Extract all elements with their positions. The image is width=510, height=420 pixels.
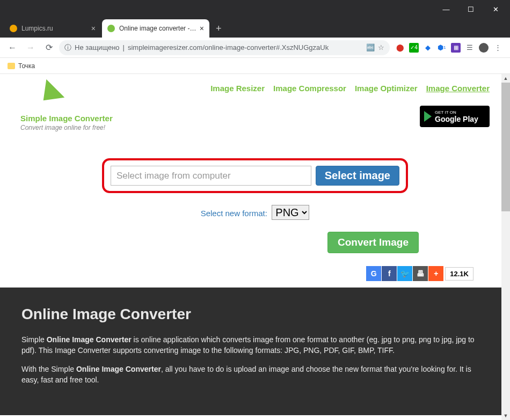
- extensions: ⬤ ✓4 ◆ ⬢1 ▦ ☰ ⋮: [392, 43, 506, 53]
- url-text: simpleimageresizer.com/online-image-conv…: [128, 43, 363, 51]
- favicon-icon: [107, 25, 115, 32]
- nav-image-resizer[interactable]: Image Resizer: [210, 84, 265, 93]
- main-nav: Image Resizer Image Compressor Image Opt…: [120, 80, 490, 93]
- info-icon: ⓘ: [64, 43, 71, 53]
- convert-button[interactable]: Convert Image: [327, 232, 419, 253]
- share-twitter[interactable]: 🐦: [397, 266, 412, 281]
- bookmarks-bar: Точка: [0, 58, 510, 74]
- info-section: Online Image Converter Simple Online Ima…: [0, 288, 510, 415]
- security-status: Не защищено: [75, 43, 120, 51]
- nav-image-compressor[interactable]: Image Compressor: [273, 84, 346, 93]
- google-play-badge[interactable]: GET IT ONGoogle Play: [420, 106, 490, 127]
- select-image-button[interactable]: Select image: [316, 166, 399, 186]
- ext-icon-1[interactable]: ⬤: [395, 43, 405, 53]
- scroll-thumb[interactable]: [501, 83, 510, 211]
- play-icon: [424, 111, 432, 122]
- nav-image-converter[interactable]: Image Converter: [426, 84, 490, 93]
- url-field[interactable]: ⓘ Не защищено | simpleimageresizer.com/o…: [59, 40, 390, 55]
- favicon-icon: [10, 25, 17, 32]
- star-icon[interactable]: ☆: [378, 43, 384, 51]
- logo-title: Simple Image Converter: [20, 114, 120, 123]
- new-tab-button[interactable]: +: [210, 19, 227, 38]
- address-bar: ← → ⟳ ⓘ Не защищено | simpleimageresizer…: [0, 38, 510, 58]
- reload-button[interactable]: ⟳: [41, 40, 57, 56]
- back-button[interactable]: ←: [4, 40, 20, 56]
- ext-icon-5[interactable]: ▦: [451, 43, 461, 53]
- logo-arrow-icon: [34, 80, 64, 110]
- section-heading: Online Image Converter: [21, 306, 489, 323]
- ext-icon-2[interactable]: ✓4: [409, 43, 419, 53]
- scroll-down-icon[interactable]: ▼: [501, 411, 510, 420]
- forward-button[interactable]: →: [23, 40, 39, 56]
- tab-title: Lumpics.ru: [21, 25, 88, 32]
- reading-list-icon[interactable]: ☰: [465, 43, 475, 53]
- share-addthis[interactable]: +: [428, 266, 443, 281]
- browser-tab-1[interactable]: Lumpics.ru ×: [4, 19, 101, 38]
- nav-image-optimizer[interactable]: Image Optimizer: [355, 84, 418, 93]
- page-content: Simple Image Converter Convert image onl…: [0, 74, 510, 420]
- profile-avatar[interactable]: [479, 43, 489, 53]
- window-minimize[interactable]: —: [434, 0, 458, 18]
- site-logo[interactable]: Simple Image Converter Convert image onl…: [20, 80, 120, 131]
- vertical-scrollbar[interactable]: ▲ ▼: [501, 74, 510, 420]
- section-paragraph-1: Simple Online Image Converter is online …: [21, 335, 489, 356]
- section-paragraph-2: With the Simple Online Image Converter, …: [21, 364, 489, 385]
- menu-icon[interactable]: ⋮: [493, 43, 502, 53]
- translate-icon[interactable]: 🔤: [366, 43, 375, 51]
- logo-subtitle: Convert image online for free!: [20, 124, 120, 131]
- browser-tab-2[interactable]: Online image converter - online ×: [102, 19, 209, 38]
- close-icon[interactable]: ×: [91, 24, 96, 33]
- tab-title: Online image converter - online: [119, 25, 196, 32]
- share-print[interactable]: 🖶: [413, 266, 428, 281]
- share-google[interactable]: G: [366, 266, 381, 281]
- scroll-up-icon[interactable]: ▲: [501, 74, 510, 83]
- share-count: 12.1K: [445, 267, 473, 281]
- file-path-input[interactable]: Select image from computer: [111, 166, 311, 186]
- ext-icon-4[interactable]: ⬢1: [437, 43, 447, 53]
- window-close[interactable]: ✕: [483, 0, 508, 18]
- close-icon[interactable]: ×: [200, 24, 204, 33]
- bookmark-folder[interactable]: Точка: [8, 62, 35, 70]
- tab-strip: Lumpics.ru × Online image converter - on…: [0, 18, 510, 38]
- format-row: Select new format: PNG: [0, 205, 510, 220]
- window-maximize[interactable]: ☐: [458, 0, 483, 18]
- share-facebook[interactable]: f: [382, 266, 397, 281]
- bookmark-label: Точка: [18, 62, 35, 70]
- window-titlebar: — ☐ ✕: [0, 0, 510, 18]
- format-select[interactable]: PNG: [272, 205, 309, 220]
- folder-icon: [8, 63, 15, 69]
- ext-icon-3[interactable]: ◆: [423, 43, 433, 53]
- separator: |: [123, 43, 125, 51]
- upload-area: Select image from computer Select image: [102, 158, 408, 193]
- share-buttons: G f 🐦 🖶 + 12.1K: [0, 266, 510, 281]
- format-label: Select new format:: [201, 209, 267, 218]
